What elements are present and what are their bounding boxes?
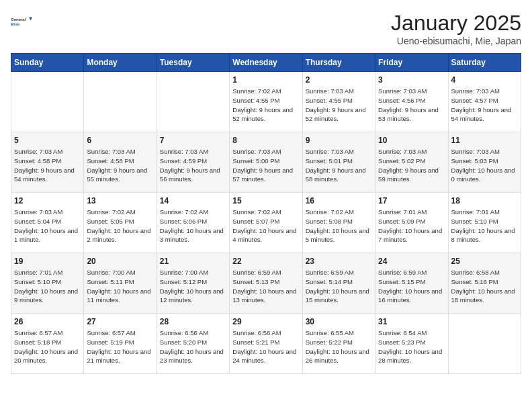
location-subtitle: Ueno-ebisumachi, Mie, Japan [391,36,521,46]
day-number: 21 [160,257,226,266]
calendar-cell: 28Sunrise: 6:56 AMSunset: 5:20 PMDayligh… [157,314,229,374]
day-number: 11 [451,136,518,145]
day-info: Sunrise: 6:54 AMSunset: 5:23 PMDaylight:… [378,328,445,365]
day-info: Sunrise: 7:02 AMSunset: 5:07 PMDaylight:… [232,208,299,244]
calendar-cell: 1Sunrise: 7:02 AMSunset: 4:55 PMDaylight… [230,72,302,132]
day-info: Sunrise: 6:59 AMSunset: 5:13 PMDaylight:… [232,268,299,305]
calendar-cell: 11Sunrise: 7:03 AMSunset: 5:03 PMDayligh… [448,132,521,193]
day-number: 30 [306,317,372,326]
logo-icon: GeneralBlue [11,11,32,32]
calendar-cell: 31Sunrise: 6:54 AMSunset: 5:23 PMDayligh… [375,314,448,374]
day-info: Sunrise: 6:59 AMSunset: 5:15 PMDaylight:… [378,268,445,305]
col-header-sunday: Sunday [11,54,84,72]
calendar-cell: 22Sunrise: 6:59 AMSunset: 5:13 PMDayligh… [230,253,302,314]
svg-marker-2 [29,17,32,21]
day-number: 7 [160,136,226,145]
day-info: Sunrise: 6:58 AMSunset: 5:16 PMDaylight:… [451,268,518,305]
calendar-cell: 14Sunrise: 7:02 AMSunset: 5:06 PMDayligh… [157,193,229,253]
logo: GeneralBlue [11,11,32,32]
svg-text:Blue: Blue [11,22,20,26]
day-info: Sunrise: 7:03 AMSunset: 4:59 PMDaylight:… [160,147,226,184]
day-info: Sunrise: 7:03 AMSunset: 4:57 PMDaylight:… [451,87,518,124]
day-number: 3 [378,75,445,85]
calendar-cell: 27Sunrise: 6:57 AMSunset: 5:19 PMDayligh… [84,314,157,374]
calendar-cell: 20Sunrise: 7:00 AMSunset: 5:11 PMDayligh… [84,253,157,314]
day-info: Sunrise: 7:00 AMSunset: 5:11 PMDaylight:… [87,268,153,305]
day-info: Sunrise: 7:03 AMSunset: 4:58 PMDaylight:… [87,147,153,184]
day-info: Sunrise: 7:03 AMSunset: 4:58 PMDaylight:… [14,147,81,184]
calendar-cell: 6Sunrise: 7:03 AMSunset: 4:58 PMDaylight… [84,132,157,193]
day-info: Sunrise: 7:03 AMSunset: 5:02 PMDaylight:… [378,147,445,184]
day-info: Sunrise: 6:56 AMSunset: 5:21 PMDaylight:… [232,328,299,365]
day-number: 26 [14,317,81,326]
day-number: 25 [451,257,518,266]
day-number: 20 [87,257,153,266]
day-number: 6 [87,136,153,145]
calendar-cell: 3Sunrise: 7:03 AMSunset: 4:56 PMDaylight… [375,72,448,132]
calendar-cell: 23Sunrise: 6:59 AMSunset: 5:14 PMDayligh… [302,253,375,314]
day-info: Sunrise: 6:57 AMSunset: 5:19 PMDaylight:… [87,328,153,365]
day-info: Sunrise: 6:56 AMSunset: 5:20 PMDaylight:… [160,328,226,365]
day-number: 13 [87,196,153,205]
calendar-cell: 2Sunrise: 7:03 AMSunset: 4:55 PMDaylight… [302,72,375,132]
calendar-cell: 5Sunrise: 7:03 AMSunset: 4:58 PMDaylight… [11,132,84,193]
col-header-friday: Friday [375,54,448,72]
title-area: January 2025 Ueno-ebisumachi, Mie, Japan [391,11,521,46]
calendar-cell: 21Sunrise: 7:00 AMSunset: 5:12 PMDayligh… [157,253,229,314]
calendar-cell [84,72,157,132]
calendar-cell [157,72,229,132]
calendar-cell [448,314,521,374]
svg-text:General: General [11,17,26,21]
day-info: Sunrise: 6:59 AMSunset: 5:14 PMDaylight:… [306,268,372,305]
day-number: 29 [232,317,299,326]
col-header-tuesday: Tuesday [157,54,229,72]
calendar-cell: 9Sunrise: 7:03 AMSunset: 5:01 PMDaylight… [302,132,375,193]
col-header-saturday: Saturday [448,54,521,72]
calendar-cell: 17Sunrise: 7:01 AMSunset: 5:09 PMDayligh… [375,193,448,253]
day-number: 18 [451,196,518,205]
calendar-cell: 12Sunrise: 7:03 AMSunset: 5:04 PMDayligh… [11,193,84,253]
day-number: 12 [14,196,81,205]
calendar-cell: 4Sunrise: 7:03 AMSunset: 4:57 PMDaylight… [448,72,521,132]
col-header-monday: Monday [84,54,157,72]
day-info: Sunrise: 7:03 AMSunset: 4:56 PMDaylight:… [378,87,445,124]
calendar-cell: 16Sunrise: 7:02 AMSunset: 5:08 PMDayligh… [302,193,375,253]
day-number: 5 [14,136,81,145]
day-info: Sunrise: 7:02 AMSunset: 4:55 PMDaylight:… [232,87,299,124]
day-number: 8 [232,136,299,145]
day-info: Sunrise: 7:03 AMSunset: 5:04 PMDaylight:… [14,208,81,244]
calendar-cell: 24Sunrise: 6:59 AMSunset: 5:15 PMDayligh… [375,253,448,314]
day-number: 1 [232,75,299,85]
day-number: 23 [306,257,372,266]
calendar-cell: 25Sunrise: 6:58 AMSunset: 5:16 PMDayligh… [448,253,521,314]
day-info: Sunrise: 7:03 AMSunset: 5:00 PMDaylight:… [232,147,299,184]
calendar-cell: 26Sunrise: 6:57 AMSunset: 5:18 PMDayligh… [11,314,84,374]
calendar-cell: 10Sunrise: 7:03 AMSunset: 5:02 PMDayligh… [375,132,448,193]
calendar-cell: 19Sunrise: 7:01 AMSunset: 5:10 PMDayligh… [11,253,84,314]
day-info: Sunrise: 7:03 AMSunset: 5:03 PMDaylight:… [451,147,518,184]
day-number: 4 [451,75,518,85]
col-header-wednesday: Wednesday [230,54,302,72]
calendar-cell: 13Sunrise: 7:02 AMSunset: 5:05 PMDayligh… [84,193,157,253]
day-info: Sunrise: 7:02 AMSunset: 5:05 PMDaylight:… [87,208,153,244]
day-info: Sunrise: 7:03 AMSunset: 5:01 PMDaylight:… [306,147,372,184]
day-number: 9 [306,136,372,145]
calendar-cell: 18Sunrise: 7:01 AMSunset: 5:10 PMDayligh… [448,193,521,253]
day-number: 28 [160,317,226,326]
day-number: 16 [306,196,372,205]
day-number: 27 [87,317,153,326]
day-info: Sunrise: 6:57 AMSunset: 5:18 PMDaylight:… [14,328,81,365]
day-info: Sunrise: 7:03 AMSunset: 4:55 PMDaylight:… [306,87,372,124]
calendar-cell: 30Sunrise: 6:55 AMSunset: 5:22 PMDayligh… [302,314,375,374]
page-header: GeneralBlue January 2025 Ueno-ebisumachi… [11,11,521,46]
day-info: Sunrise: 7:01 AMSunset: 5:09 PMDaylight:… [378,208,445,244]
col-header-thursday: Thursday [302,54,375,72]
day-number: 22 [232,257,299,266]
calendar-cell: 8Sunrise: 7:03 AMSunset: 5:00 PMDaylight… [230,132,302,193]
calendar-table: SundayMondayTuesdayWednesdayThursdayFrid… [11,53,521,374]
day-info: Sunrise: 7:02 AMSunset: 5:06 PMDaylight:… [160,208,226,244]
day-number: 17 [378,196,445,205]
day-number: 10 [378,136,445,145]
day-info: Sunrise: 7:01 AMSunset: 5:10 PMDaylight:… [451,208,518,244]
calendar-cell: 29Sunrise: 6:56 AMSunset: 5:21 PMDayligh… [230,314,302,374]
